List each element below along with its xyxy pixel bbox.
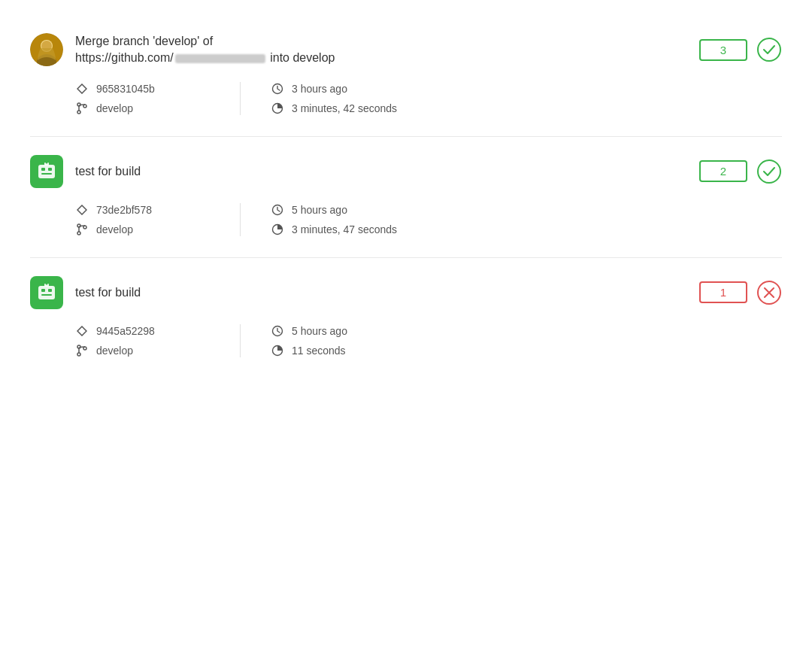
meta-col-left: 9445a52298 develop (75, 324, 241, 357)
commit-icon (75, 203, 89, 217)
branch-row: develop (75, 223, 210, 236)
clock-icon (271, 82, 284, 96)
svg-point-6 (77, 111, 80, 114)
svg-point-30 (77, 353, 80, 356)
meta-col-right: 5 hours ago 3 minutes, 47 seconds (271, 203, 436, 236)
svg-point-27 (46, 282, 48, 284)
user-avatar (30, 33, 63, 66)
build-header: test for build 2 (30, 155, 782, 188)
build-meta: 9445a52298 develop (75, 324, 782, 357)
svg-point-16 (758, 160, 780, 183)
svg-point-4 (758, 38, 780, 61)
build-header-right: 3 (699, 37, 782, 62)
time-ago-value: 3 hours ago (292, 83, 347, 95)
duration-value: 3 minutes, 47 seconds (292, 223, 397, 235)
build-header-left: test for build (30, 155, 141, 188)
duration-icon (271, 223, 284, 236)
meta-col-left: 73de2bf578 develop (75, 203, 241, 236)
branch-icon (75, 223, 89, 236)
success-icon (756, 37, 782, 62)
branch-row: develop (75, 102, 210, 115)
time-ago-row: 5 hours ago (271, 203, 436, 217)
build-number-badge[interactable]: 3 (699, 39, 747, 61)
build-meta: 965831045b develop (75, 82, 782, 115)
meta-col-right: 5 hours ago 11 seconds (271, 324, 436, 357)
duration-row: 3 minutes, 42 seconds (271, 102, 436, 115)
build-item-2[interactable]: test for build 2 73de2bf578 (30, 137, 782, 258)
build-meta: 73de2bf578 develop (75, 203, 782, 236)
build-item-1[interactable]: Merge branch 'develop' of https://github… (30, 15, 782, 137)
duration-value: 11 seconds (292, 345, 346, 357)
commit-row: 73de2bf578 (75, 203, 210, 217)
duration-icon (271, 344, 284, 357)
bot-avatar (30, 276, 63, 309)
build-title: test for build (75, 284, 141, 301)
branch-name: develop (96, 102, 133, 114)
svg-rect-10 (38, 165, 55, 178)
svg-rect-25 (41, 294, 52, 296)
commit-hash: 965831045b (96, 83, 155, 95)
build-number-badge[interactable]: 1 (699, 281, 747, 303)
svg-rect-13 (41, 173, 52, 175)
commit-icon (75, 324, 89, 338)
svg-rect-22 (38, 286, 55, 299)
build-title: Merge branch 'develop' of https://github… (75, 33, 335, 67)
build-header-right: 2 (699, 159, 782, 184)
build-header: test for build 1 (30, 276, 782, 309)
branch-icon (75, 102, 89, 115)
success-icon (756, 159, 782, 184)
duration-row: 11 seconds (271, 344, 436, 357)
clock-icon (271, 324, 284, 338)
svg-point-18 (77, 232, 80, 235)
branch-row: develop (75, 344, 210, 357)
duration-row: 3 minutes, 47 seconds (271, 223, 436, 236)
build-header-right: 1 (699, 280, 782, 305)
bot-avatar (30, 155, 63, 188)
build-title: test for build (75, 163, 141, 180)
svg-rect-12 (48, 168, 52, 171)
time-ago-value: 5 hours ago (292, 325, 347, 337)
time-ago-value: 5 hours ago (292, 204, 347, 216)
branch-icon (75, 344, 89, 357)
meta-col-left: 965831045b develop (75, 82, 241, 115)
branch-name: develop (96, 345, 133, 357)
time-ago-row: 3 hours ago (271, 82, 436, 96)
commit-row: 9445a52298 (75, 324, 210, 338)
failed-icon (756, 280, 782, 305)
duration-icon (271, 102, 284, 115)
svg-rect-11 (41, 168, 45, 171)
svg-point-15 (46, 161, 48, 163)
svg-rect-24 (48, 289, 52, 292)
build-header-left: Merge branch 'develop' of https://github… (30, 33, 335, 67)
duration-value: 3 minutes, 42 seconds (292, 102, 397, 114)
meta-col-right: 3 hours ago 3 minutes, 42 seconds (271, 82, 436, 115)
time-ago-row: 5 hours ago (271, 324, 436, 338)
commit-row: 965831045b (75, 82, 210, 96)
build-item-3[interactable]: test for build 1 9445a52298 (30, 258, 782, 378)
build-header-left: test for build (30, 276, 141, 309)
clock-icon (271, 203, 284, 217)
build-header: Merge branch 'develop' of https://github… (30, 33, 782, 67)
build-number-badge[interactable]: 2 (699, 160, 747, 182)
commit-hash: 73de2bf578 (96, 204, 152, 216)
build-list: Merge branch 'develop' of https://github… (0, 0, 812, 393)
commit-hash: 9445a52298 (96, 325, 155, 337)
svg-rect-23 (41, 289, 45, 292)
branch-name: develop (96, 223, 133, 235)
commit-icon (75, 82, 89, 96)
